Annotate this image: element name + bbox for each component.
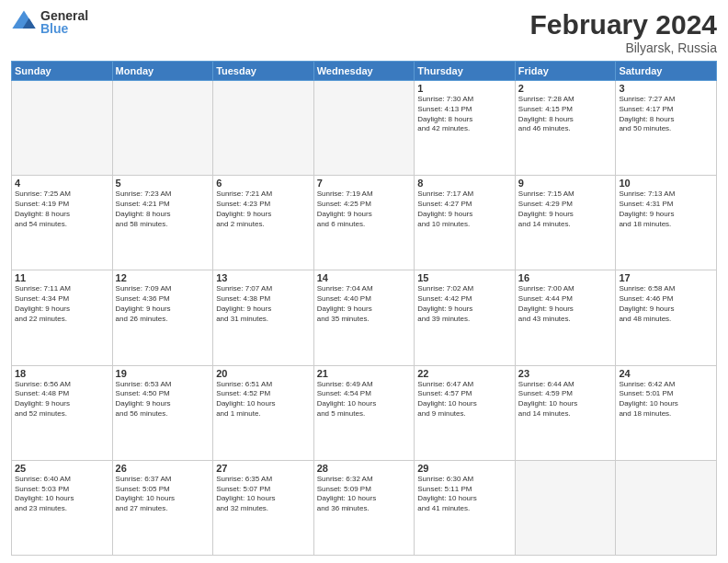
- day-cell: 27Sunrise: 6:35 AMSunset: 5:07 PMDayligh…: [213, 460, 314, 555]
- day-cell: 18Sunrise: 6:56 AMSunset: 4:48 PMDayligh…: [12, 365, 113, 460]
- col-friday: Friday: [515, 62, 616, 81]
- day-cell: 2Sunrise: 7:28 AMSunset: 4:15 PMDaylight…: [515, 81, 616, 176]
- day-info: Sunrise: 6:49 AMSunset: 4:54 PMDaylight:…: [317, 380, 412, 419]
- day-cell: [12, 81, 113, 176]
- day-info: Sunrise: 7:27 AMSunset: 4:17 PMDaylight:…: [619, 95, 713, 134]
- day-number: 2: [518, 83, 613, 94]
- day-number: 3: [619, 83, 713, 94]
- day-cell: 22Sunrise: 6:47 AMSunset: 4:57 PMDayligh…: [415, 365, 516, 460]
- col-saturday: Saturday: [616, 62, 717, 81]
- day-info: Sunrise: 6:32 AMSunset: 5:09 PMDaylight:…: [317, 475, 412, 514]
- day-cell: 21Sunrise: 6:49 AMSunset: 4:54 PMDayligh…: [313, 365, 415, 460]
- calendar-title: February 2024: [530, 9, 717, 40]
- day-cell: 28Sunrise: 6:32 AMSunset: 5:09 PMDayligh…: [313, 460, 415, 555]
- day-info: Sunrise: 7:21 AMSunset: 4:23 PMDaylight:…: [216, 190, 311, 229]
- day-info: Sunrise: 6:30 AMSunset: 5:11 PMDaylight:…: [417, 475, 512, 514]
- day-number: 8: [417, 178, 512, 189]
- day-info: Sunrise: 7:25 AMSunset: 4:19 PMDaylight:…: [15, 190, 109, 229]
- week-row-4: 25Sunrise: 6:40 AMSunset: 5:03 PMDayligh…: [12, 460, 717, 555]
- day-info: Sunrise: 7:11 AMSunset: 4:34 PMDaylight:…: [15, 284, 109, 324]
- day-info: Sunrise: 6:51 AMSunset: 4:52 PMDaylight:…: [216, 380, 311, 419]
- week-row-2: 11Sunrise: 7:11 AMSunset: 4:34 PMDayligh…: [12, 270, 717, 365]
- day-cell: 11Sunrise: 7:11 AMSunset: 4:34 PMDayligh…: [12, 270, 113, 365]
- day-number: 20: [216, 368, 311, 379]
- col-thursday: Thursday: [415, 62, 516, 81]
- day-cell: 8Sunrise: 7:17 AMSunset: 4:27 PMDaylight…: [415, 176, 516, 270]
- day-info: Sunrise: 6:40 AMSunset: 5:03 PMDaylight:…: [15, 475, 109, 514]
- day-number: 26: [116, 463, 210, 474]
- day-number: 5: [116, 178, 210, 189]
- day-cell: 1Sunrise: 7:30 AMSunset: 4:13 PMDaylight…: [415, 81, 516, 176]
- day-cell: 13Sunrise: 7:07 AMSunset: 4:38 PMDayligh…: [213, 270, 314, 365]
- day-info: Sunrise: 7:28 AMSunset: 4:15 PMDaylight:…: [518, 95, 613, 134]
- day-cell: 3Sunrise: 7:27 AMSunset: 4:17 PMDaylight…: [616, 81, 717, 176]
- title-block: February 2024 Bilyarsk, Russia: [530, 9, 717, 55]
- day-number: 15: [417, 272, 512, 283]
- day-number: 22: [417, 368, 512, 379]
- day-number: 21: [317, 368, 412, 379]
- day-cell: 14Sunrise: 7:04 AMSunset: 4:40 PMDayligh…: [313, 270, 415, 365]
- day-number: 1: [417, 83, 512, 94]
- header: General Blue February 2024 Bilyarsk, Rus…: [11, 9, 717, 55]
- day-cell: 9Sunrise: 7:15 AMSunset: 4:29 PMDaylight…: [515, 176, 616, 270]
- day-number: 13: [216, 272, 311, 283]
- day-cell: [213, 81, 314, 176]
- page-container: General Blue February 2024 Bilyarsk, Rus…: [0, 0, 728, 563]
- day-info: Sunrise: 7:17 AMSunset: 4:27 PMDaylight:…: [417, 190, 512, 229]
- day-info: Sunrise: 7:04 AMSunset: 4:40 PMDaylight:…: [317, 284, 412, 324]
- day-info: Sunrise: 6:35 AMSunset: 5:07 PMDaylight:…: [216, 475, 311, 514]
- day-info: Sunrise: 6:47 AMSunset: 4:57 PMDaylight:…: [417, 380, 512, 419]
- day-info: Sunrise: 7:00 AMSunset: 4:44 PMDaylight:…: [518, 284, 613, 324]
- day-number: 9: [518, 178, 613, 189]
- day-number: 11: [15, 272, 109, 283]
- day-cell: 16Sunrise: 7:00 AMSunset: 4:44 PMDayligh…: [515, 270, 616, 365]
- day-cell: 10Sunrise: 7:13 AMSunset: 4:31 PMDayligh…: [616, 176, 717, 270]
- logo-icon: [11, 9, 37, 35]
- day-cell: 19Sunrise: 6:53 AMSunset: 4:50 PMDayligh…: [112, 365, 213, 460]
- logo-blue: Blue: [40, 22, 88, 35]
- day-info: Sunrise: 7:19 AMSunset: 4:25 PMDaylight:…: [317, 190, 412, 229]
- day-info: Sunrise: 7:13 AMSunset: 4:31 PMDaylight:…: [619, 190, 713, 229]
- calendar-header-row: Sunday Monday Tuesday Wednesday Thursday…: [12, 62, 717, 81]
- day-cell: 25Sunrise: 6:40 AMSunset: 5:03 PMDayligh…: [12, 460, 113, 555]
- day-cell: [616, 460, 717, 555]
- day-number: 27: [216, 463, 311, 474]
- logo-text: General Blue: [40, 9, 88, 35]
- day-number: 7: [317, 178, 412, 189]
- day-number: 10: [619, 178, 713, 189]
- day-info: Sunrise: 6:53 AMSunset: 4:50 PMDaylight:…: [116, 380, 210, 419]
- day-cell: 5Sunrise: 7:23 AMSunset: 4:21 PMDaylight…: [112, 176, 213, 270]
- day-info: Sunrise: 7:07 AMSunset: 4:38 PMDaylight:…: [216, 284, 311, 324]
- day-cell: 17Sunrise: 6:58 AMSunset: 4:46 PMDayligh…: [616, 270, 717, 365]
- day-number: 17: [619, 272, 713, 283]
- day-cell: 29Sunrise: 6:30 AMSunset: 5:11 PMDayligh…: [415, 460, 516, 555]
- day-info: Sunrise: 6:56 AMSunset: 4:48 PMDaylight:…: [15, 380, 109, 419]
- week-row-3: 18Sunrise: 6:56 AMSunset: 4:48 PMDayligh…: [12, 365, 717, 460]
- day-number: 18: [15, 368, 109, 379]
- day-cell: 26Sunrise: 6:37 AMSunset: 5:05 PMDayligh…: [112, 460, 213, 555]
- day-cell: 12Sunrise: 7:09 AMSunset: 4:36 PMDayligh…: [112, 270, 213, 365]
- day-cell: 7Sunrise: 7:19 AMSunset: 4:25 PMDaylight…: [313, 176, 415, 270]
- day-number: 4: [15, 178, 109, 189]
- calendar-table: Sunday Monday Tuesday Wednesday Thursday…: [11, 61, 717, 556]
- day-info: Sunrise: 6:37 AMSunset: 5:05 PMDaylight:…: [116, 475, 210, 514]
- day-cell: 4Sunrise: 7:25 AMSunset: 4:19 PMDaylight…: [12, 176, 113, 270]
- day-number: 19: [116, 368, 210, 379]
- day-info: Sunrise: 7:15 AMSunset: 4:29 PMDaylight:…: [518, 190, 613, 229]
- col-monday: Monday: [112, 62, 213, 81]
- col-wednesday: Wednesday: [313, 62, 415, 81]
- day-number: 28: [317, 463, 412, 474]
- day-number: 25: [15, 463, 109, 474]
- day-number: 14: [317, 272, 412, 283]
- day-info: Sunrise: 7:30 AMSunset: 4:13 PMDaylight:…: [417, 95, 512, 134]
- day-info: Sunrise: 6:44 AMSunset: 4:59 PMDaylight:…: [518, 380, 613, 419]
- day-cell: [112, 81, 213, 176]
- day-info: Sunrise: 7:09 AMSunset: 4:36 PMDaylight:…: [116, 284, 210, 324]
- day-cell: 23Sunrise: 6:44 AMSunset: 4:59 PMDayligh…: [515, 365, 616, 460]
- week-row-0: 1Sunrise: 7:30 AMSunset: 4:13 PMDaylight…: [12, 81, 717, 176]
- week-row-1: 4Sunrise: 7:25 AMSunset: 4:19 PMDaylight…: [12, 176, 717, 270]
- col-tuesday: Tuesday: [213, 62, 314, 81]
- day-cell: 6Sunrise: 7:21 AMSunset: 4:23 PMDaylight…: [213, 176, 314, 270]
- day-number: 12: [116, 272, 210, 283]
- day-number: 6: [216, 178, 311, 189]
